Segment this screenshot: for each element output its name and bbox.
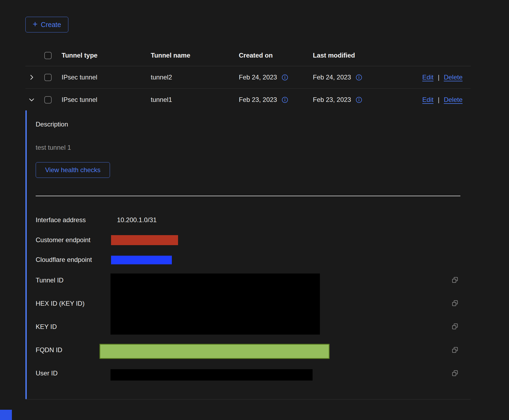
plus-icon: + [33, 20, 38, 28]
customer-endpoint-redacted-value [111, 235, 178, 245]
info-icon[interactable] [281, 74, 289, 81]
header-last-modified: Last modified [313, 52, 391, 59]
key-id-label: KEY ID [36, 323, 57, 331]
last-modified-cell: Feb 24, 2023 [313, 74, 351, 81]
user-id-label: User ID [36, 369, 58, 377]
info-icon[interactable] [281, 96, 289, 104]
tunnel-name-cell: tunnel1 [151, 96, 239, 104]
tunnel-type-cell: IPsec tunnel [62, 96, 151, 104]
tunnel-name-cell: tunnel2 [151, 74, 239, 81]
create-button[interactable]: + Create [25, 17, 68, 32]
cloudflare-endpoint-redacted-value [111, 256, 172, 264]
corner-accent-fragment [0, 410, 12, 420]
user-id-redacted-value [110, 369, 313, 381]
copy-key-id-icon[interactable] [451, 323, 459, 330]
create-button-label: Create [41, 21, 61, 29]
tunnel-type-cell: IPsec tunnel [62, 74, 151, 81]
edit-link[interactable]: Edit [422, 74, 433, 81]
fqdn-id-label: FQDN ID [36, 346, 62, 354]
header-created-on: Created on [239, 52, 313, 59]
edit-link[interactable]: Edit [422, 96, 433, 104]
copy-user-id-icon[interactable] [451, 369, 459, 377]
view-health-checks-button[interactable]: View health checks [36, 162, 110, 178]
header-checkbox-cell [41, 52, 62, 59]
expanded-row-indicator-bar [25, 110, 27, 399]
section-divider [36, 196, 460, 196]
tunnel-detail-panel: Description test tunnel 1 View health ch… [25, 110, 471, 399]
header-tunnel-name: Tunnel name [151, 52, 239, 59]
fqdn-id-redacted-value [99, 344, 330, 359]
chevron-down-icon[interactable] [28, 96, 35, 103]
hex-id-label: HEX ID (KEY ID) [36, 300, 85, 307]
delete-link[interactable]: Delete [444, 74, 463, 81]
ipsec-tunnels-page: + Create Tunnel type Tunnel name Created… [0, 0, 509, 420]
table-row-tunnel1: IPsec tunnel tunnel1 Feb 23, 2023 Feb 23… [25, 89, 471, 111]
row-checkbox[interactable] [44, 74, 52, 81]
interface-address-value: 10.200.1.0/31 [117, 216, 157, 224]
info-icon[interactable] [355, 96, 363, 104]
tunnel-id-label: Tunnel ID [36, 276, 63, 284]
copy-fqdn-id-icon[interactable] [451, 346, 459, 354]
action-separator: | [438, 96, 439, 104]
interface-address-label: Interface address [36, 216, 86, 224]
last-modified-cell: Feb 23, 2023 [313, 96, 351, 104]
row-checkbox[interactable] [44, 96, 52, 104]
description-label: Description [36, 121, 68, 128]
cloudflare-endpoint-label: Cloudflare endpoint [36, 256, 92, 264]
table-header-row: Tunnel type Tunnel name Created on Last … [25, 45, 471, 66]
tunnels-table: Tunnel type Tunnel name Created on Last … [25, 45, 471, 111]
table-row-tunnel2: IPsec tunnel tunnel2 Feb 24, 2023 Feb 24… [25, 66, 471, 89]
tunnel-hex-key-redacted-value [110, 274, 320, 335]
chevron-right-icon[interactable] [28, 74, 35, 81]
created-on-cell: Feb 23, 2023 [239, 96, 277, 104]
delete-link[interactable]: Delete [444, 96, 463, 104]
action-separator: | [438, 74, 439, 81]
customer-endpoint-label: Customer endpoint [36, 236, 91, 244]
header-tunnel-type: Tunnel type [62, 52, 151, 59]
info-icon[interactable] [355, 74, 363, 81]
select-all-checkbox[interactable] [44, 52, 52, 59]
copy-tunnel-id-icon[interactable] [451, 276, 459, 284]
created-on-cell: Feb 24, 2023 [239, 74, 277, 81]
copy-hex-id-icon[interactable] [451, 299, 459, 307]
description-value: test tunnel 1 [36, 144, 71, 151]
